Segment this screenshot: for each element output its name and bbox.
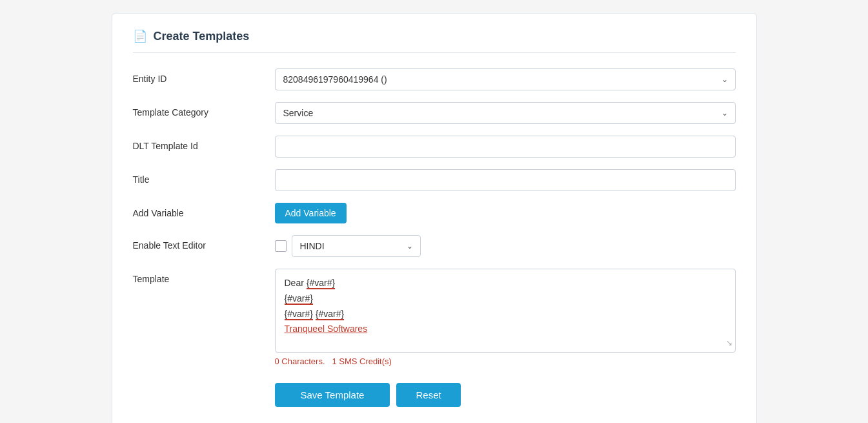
action-buttons: Save Template Reset <box>275 383 736 407</box>
dlt-template-id-input[interactable]: 1207162091725249138 <box>275 136 736 158</box>
save-template-button[interactable]: Save Template <box>275 383 390 407</box>
template-category-wrapper: Service Transactional Promotional ⌄ <box>275 102 736 124</box>
entity-id-wrapper: 8208496197960419964 () ⌄ <box>275 68 736 90</box>
title-input[interactable]: Birthday SMS <box>275 169 736 191</box>
title-row: Title Birthday SMS <box>133 169 736 191</box>
template-content-area[interactable]: Dear {#var#} {#var#} {#var#} {#var#} Tra… <box>275 269 736 353</box>
template-line-2: {#var#} <box>285 291 726 307</box>
template-line-3: {#var#} {#var#} <box>285 307 726 322</box>
title-label: Title <box>133 169 275 185</box>
dlt-template-id-wrapper: 1207162091725249138 <box>275 136 736 158</box>
main-container: 📄 Create Templates Entity ID 82084961979… <box>112 13 757 423</box>
char-info: 0 Characters. 1 SMS Credit(s) <box>275 356 736 366</box>
brand-link: Tranqueel Softwares <box>285 324 368 334</box>
entity-id-row: Entity ID 8208496197960419964 () ⌄ <box>133 68 736 90</box>
enable-text-editor-row: Enable Text Editor HINDI ENGLISH GUJARAT… <box>133 235 736 257</box>
button-row: Save Template Reset <box>133 378 736 407</box>
add-variable-button[interactable]: Add Variable <box>275 203 347 223</box>
button-spacer <box>133 378 275 383</box>
var-1: {#var#} <box>307 278 335 289</box>
entity-id-label: Entity ID <box>133 68 275 84</box>
sms-credit: 1 SMS Credit(s) <box>332 356 391 366</box>
reset-button[interactable]: Reset <box>396 383 460 407</box>
add-variable-wrapper: Add Variable <box>275 203 736 223</box>
template-label: Template <box>133 269 275 284</box>
title-wrapper: Birthday SMS <box>275 169 736 191</box>
enable-text-editor-wrapper: HINDI ENGLISH GUJARATI MARATHI ⌄ <box>275 235 736 257</box>
add-variable-row: Add Variable Add Variable <box>133 203 736 223</box>
page-header: 📄 Create Templates <box>133 29 736 53</box>
dlt-template-id-row: DLT Template Id 1207162091725249138 <box>133 136 736 158</box>
language-select-wrapper: HINDI ENGLISH GUJARATI MARATHI ⌄ <box>292 235 421 257</box>
template-line-4: Tranqueel Softwares <box>285 322 726 337</box>
var-4: {#var#} <box>316 309 344 320</box>
add-variable-label: Add Variable <box>133 203 275 218</box>
button-wrapper: Save Template Reset <box>275 378 736 407</box>
entity-id-select[interactable]: 8208496197960419964 () <box>275 68 736 90</box>
template-line-1: Dear {#var#} <box>285 276 726 291</box>
template-category-row: Template Category Service Transactional … <box>133 102 736 124</box>
template-row: Template Dear {#var#} {#var#} {#var#} {#… <box>133 269 736 366</box>
enable-text-editor-checkbox[interactable] <box>275 240 287 252</box>
editor-row: HINDI ENGLISH GUJARATI MARATHI ⌄ <box>275 235 736 257</box>
dlt-template-id-label: DLT Template Id <box>133 136 275 151</box>
page-title: Create Templates <box>154 30 250 43</box>
var-3: {#var#} <box>285 309 313 320</box>
template-category-select[interactable]: Service Transactional Promotional <box>275 102 736 124</box>
language-select[interactable]: HINDI ENGLISH GUJARATI MARATHI <box>292 235 421 257</box>
char-count: 0 Characters. <box>275 356 325 366</box>
resize-handle-icon: ↘ <box>726 336 732 349</box>
template-wrapper: Dear {#var#} {#var#} {#var#} {#var#} Tra… <box>275 269 736 366</box>
template-category-label: Template Category <box>133 102 275 118</box>
var-2: {#var#} <box>285 293 313 305</box>
entity-id-select-wrapper: 8208496197960419964 () ⌄ <box>275 68 736 90</box>
template-category-select-wrapper: Service Transactional Promotional ⌄ <box>275 102 736 124</box>
enable-text-editor-label: Enable Text Editor <box>133 235 275 251</box>
page-icon: 📄 <box>133 29 147 43</box>
